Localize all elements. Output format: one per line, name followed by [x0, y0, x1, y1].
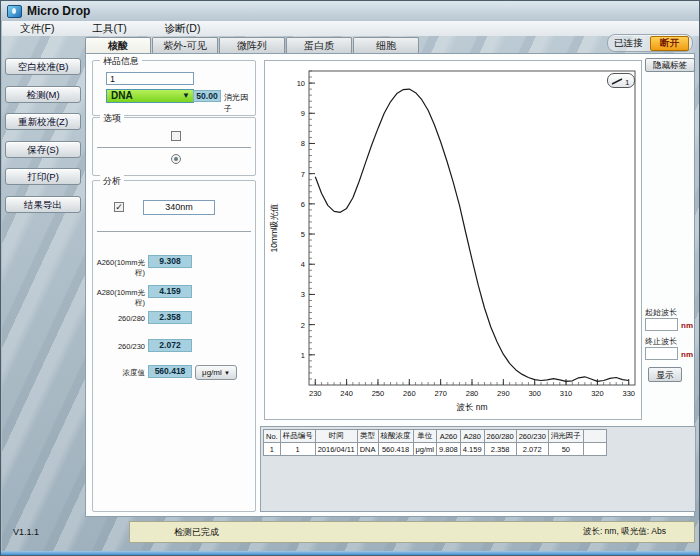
tab-strip: 核酸紫外-可见微阵列蛋白质细胞 [85, 37, 420, 54]
svg-text:9: 9 [301, 109, 305, 118]
svg-text:230: 230 [309, 389, 322, 398]
options-group: 选项 [92, 117, 256, 176]
table-cell-0-10: 50 [548, 443, 583, 456]
table-header-8: 260/280 [484, 430, 516, 443]
sample-info-title: 样品信息 [100, 55, 142, 68]
sidebar-button-4[interactable]: 打印(P) [5, 168, 81, 185]
menu-bar: 文件(F) 工具(T) 诊断(D) [2, 21, 700, 37]
pen-icon: 1 [608, 75, 634, 88]
svg-text:330: 330 [622, 389, 635, 398]
analysis-label-0: A260(10mm光程) [95, 258, 145, 278]
hide-label-button[interactable]: 隐藏标签 [645, 58, 695, 72]
table-header-4: 核酸浓度 [378, 430, 413, 443]
window-title: Micro Drop [27, 4, 90, 18]
svg-text:3: 3 [301, 290, 305, 299]
chevron-down-icon: ▼ [182, 90, 190, 102]
analysis-value-4: 560.418 [148, 365, 192, 378]
analysis-label-4: 浓度值 [95, 368, 145, 378]
table-row[interactable]: 112016/04/11DNA560.418μg/ml9.8084.1592.3… [264, 443, 607, 456]
svg-text:310: 310 [560, 389, 573, 398]
sample-id-input[interactable]: 1 [106, 72, 194, 85]
svg-text:270: 270 [434, 389, 447, 398]
svg-text:1: 1 [625, 78, 630, 87]
svg-text:2: 2 [301, 321, 305, 330]
start-wavelength-unit: nm [681, 321, 693, 330]
version-label: V1.1.1 [13, 527, 39, 537]
table-cell-0-1: 1 [280, 443, 315, 456]
sample-curve-button[interactable]: 1 [607, 73, 635, 88]
tab-4[interactable]: 细胞 [353, 37, 419, 53]
results-table-panel: No.样品编号时间类型核酸浓度单位A260A280260/280260/230消… [260, 426, 696, 512]
extinction-factor-value: 50.00 [193, 90, 221, 102]
svg-text:300: 300 [528, 389, 541, 398]
table-header-2: 时间 [315, 430, 357, 443]
app-icon [7, 5, 22, 18]
svg-text:1: 1 [301, 351, 305, 360]
svg-text:240: 240 [340, 389, 353, 398]
table-cell-0-0: 1 [264, 443, 281, 456]
table-header-11 [583, 430, 606, 443]
table-cell-0-3: DNA [357, 443, 378, 456]
tab-0[interactable]: 核酸 [85, 37, 151, 54]
end-wavelength-input[interactable] [645, 347, 678, 360]
table-header-1: 样品编号 [280, 430, 315, 443]
sample-type-value: DNA [111, 90, 133, 101]
end-wavelength-label: 终止波长 [645, 336, 677, 347]
connection-status: 已连接 [614, 37, 643, 50]
svg-text:290: 290 [497, 389, 510, 398]
window-bottom-edge [1, 551, 699, 555]
end-wavelength-unit: nm [681, 350, 693, 359]
spectrum-chart: 2302402502602702802903003103203301234567… [265, 61, 641, 419]
chart-panel: 2302402502602702802903003103203301234567… [264, 60, 642, 420]
sidebar-button-5[interactable]: 结果导出 [5, 196, 81, 213]
svg-text:260: 260 [403, 389, 416, 398]
svg-text:波长 nm: 波长 nm [456, 402, 487, 412]
table-header-0: No. [264, 430, 281, 443]
table-header-6: A260 [437, 430, 461, 443]
results-table[interactable]: No.样品编号时间类型核酸浓度单位A260A280260/280260/230消… [263, 429, 607, 456]
table-header-3: 类型 [357, 430, 378, 443]
show-button[interactable]: 显示 [648, 367, 682, 382]
sample-type-select[interactable]: DNA ▼ [106, 89, 194, 103]
table-cell-0-9: 2.072 [516, 443, 548, 456]
svg-text:280: 280 [466, 389, 479, 398]
analysis-label-1: A280(10mm光程) [95, 288, 145, 308]
sample-info-group: 样品信息 1 DNA ▼ 50.00 消光因子 [92, 60, 256, 116]
sidebar-button-3[interactable]: 保存(S) [5, 141, 81, 158]
analysis-divider [97, 231, 251, 232]
sidebar-button-0[interactable]: 空白校准(B) [5, 58, 81, 75]
svg-text:10: 10 [297, 79, 305, 88]
option-checkbox[interactable] [171, 131, 181, 141]
status-message-bar: 检测已完成 波长: nm, 吸光值: Abs [129, 521, 695, 543]
table-header-5: 单位 [413, 430, 437, 443]
analysis-label-2: 260/280 [95, 314, 145, 323]
analysis-value-1: 4.159 [148, 285, 192, 298]
options-divider [97, 147, 251, 148]
options-title: 选项 [100, 112, 124, 125]
menu-file[interactable]: 文件(F) [10, 22, 64, 36]
option-radio[interactable] [171, 154, 181, 164]
start-wavelength-input[interactable] [645, 318, 678, 331]
svg-text:10mm吸光值: 10mm吸光值 [269, 203, 279, 253]
table-cell-0-7: 4.159 [460, 443, 484, 456]
status-bar: V1.1.1 检测已完成 波长: nm, 吸光值: Abs [1, 519, 700, 547]
analysis-group: 分析 ✓ 340nm A260(10mm光程)9.308A280(10mm光程)… [92, 180, 256, 512]
unit-select[interactable]: μg/ml ▼ [195, 365, 237, 380]
svg-text:5: 5 [301, 230, 305, 239]
table-cell-0-6: 9.808 [437, 443, 461, 456]
tab-1[interactable]: 紫外-可见 [152, 37, 218, 53]
menu-tools[interactable]: 工具(T) [82, 22, 136, 36]
tab-3[interactable]: 蛋白质 [286, 37, 352, 53]
sidebar-button-1[interactable]: 检测(M) [5, 86, 81, 103]
unit-value: μg/ml [202, 368, 222, 377]
svg-text:8: 8 [301, 139, 305, 148]
analysis-value-3: 2.072 [148, 339, 192, 352]
table-cell-0-5: μg/ml [413, 443, 437, 456]
tab-2[interactable]: 微阵列 [219, 37, 285, 53]
wavelength-checkbox[interactable]: ✓ [114, 202, 124, 212]
sidebar-button-2[interactable]: 重新校准(Z) [5, 113, 81, 130]
disconnect-button[interactable]: 断开 [650, 36, 689, 51]
menu-diagnostics[interactable]: 诊断(D) [155, 22, 211, 36]
wavelength-input[interactable]: 340nm [143, 200, 215, 215]
title-bar[interactable]: Micro Drop [1, 1, 699, 22]
